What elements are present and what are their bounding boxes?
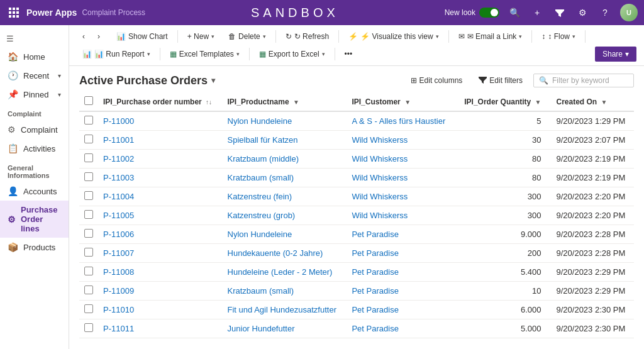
row-checkbox-cell[interactable]	[79, 244, 98, 263]
more-button[interactable]: •••	[339, 47, 358, 62]
po-link[interactable]: P-11006	[103, 230, 134, 239]
forward-button[interactable]: ›	[92, 29, 106, 44]
sidebar-item-recent[interactable]: 🕐 Recent ▾	[0, 66, 69, 85]
row-checkbox-cell[interactable]	[79, 282, 98, 301]
customer-link[interactable]: Pet Paradise	[352, 267, 398, 277]
customer-link[interactable]: Wild Whiskerss	[352, 135, 408, 145]
row-checkbox[interactable]	[84, 210, 93, 219]
row-checkbox[interactable]	[84, 267, 93, 275]
sidebar-item-products[interactable]: 📦 Products	[0, 238, 69, 257]
sidebar-item-home[interactable]: 🏠 Home	[0, 47, 69, 66]
row-checkbox-cell[interactable]	[79, 169, 98, 187]
row-checkbox[interactable]	[84, 304, 93, 313]
customer-link[interactable]: Wild Whiskerss	[352, 192, 408, 201]
row-checkbox[interactable]	[84, 248, 93, 257]
customer-link[interactable]: Pet Paradise	[352, 305, 398, 314]
excel-templates-button[interactable]: ▦ Excel Templates ▾	[164, 47, 245, 62]
row-checkbox-cell[interactable]	[79, 319, 98, 338]
row-checkbox-cell[interactable]	[79, 131, 98, 150]
row-checkbox-cell[interactable]	[79, 301, 98, 319]
select-all-header[interactable]	[79, 92, 98, 111]
customer-link[interactable]: Pet Paradise	[352, 230, 398, 239]
row-checkbox-cell[interactable]	[79, 111, 98, 131]
hamburger-icon[interactable]: ☰	[0, 30, 69, 47]
row-checkbox[interactable]	[84, 153, 93, 162]
col-quantity[interactable]: IPI_Order Quantity ▼	[455, 92, 552, 111]
customer-link[interactable]: Wild Whiskerss	[352, 173, 408, 182]
settings-icon[interactable]: ⚙	[575, 5, 590, 20]
customer-link[interactable]: A & S - Alles fürs Haustier	[352, 116, 445, 126]
po-link[interactable]: P-11011	[103, 324, 134, 333]
apps-icon[interactable]	[6, 5, 21, 20]
product-link[interactable]: Nylon Hundeleine	[228, 230, 292, 239]
filter-icon[interactable]	[552, 5, 567, 20]
row-checkbox-cell[interactable]	[79, 206, 98, 225]
sidebar-item-accounts[interactable]: 👤 Accounts	[0, 182, 69, 201]
product-link[interactable]: Nylon Hundeleine	[228, 116, 292, 126]
row-checkbox-cell[interactable]	[79, 263, 98, 282]
view-title-caret[interactable]: ▾	[211, 76, 215, 85]
customer-link[interactable]: Wild Whiskerss	[352, 154, 408, 163]
row-checkbox[interactable]	[84, 285, 93, 294]
col-product[interactable]: IPI_Productname ▼	[223, 92, 347, 111]
back-button[interactable]: ‹	[77, 29, 91, 44]
po-link[interactable]: P-11003	[103, 173, 134, 182]
refresh-button[interactable]: ↻ ↻ Refresh	[280, 29, 335, 44]
sidebar-item-pinned[interactable]: 📌 Pinned ▾	[0, 85, 69, 104]
po-link[interactable]: P-11002	[103, 154, 134, 163]
product-link[interactable]: Kratzbaum (small)	[228, 173, 294, 182]
row-checkbox-cell[interactable]	[79, 225, 98, 244]
product-link[interactable]: Hundekauente (0-2 Jahre)	[228, 248, 323, 258]
product-link[interactable]: Spielball für Katzen	[228, 135, 298, 145]
row-checkbox[interactable]	[84, 116, 93, 125]
row-checkbox-cell[interactable]	[79, 150, 98, 169]
col-customer[interactable]: IPI_Customer ▼	[347, 92, 455, 111]
new-button[interactable]: + New ▾	[182, 29, 220, 44]
sidebar-item-activities[interactable]: 📋 Activities	[0, 139, 69, 158]
avatar[interactable]: U	[620, 4, 638, 21]
filter-input-container[interactable]: 🔍 Filter by keyword	[533, 74, 634, 87]
po-link[interactable]: P-11004	[103, 192, 134, 201]
product-link[interactable]: Junior Hundefutter	[228, 324, 295, 333]
customer-link[interactable]: Pet Paradise	[352, 286, 398, 296]
po-link[interactable]: P-11000	[103, 116, 134, 126]
search-icon[interactable]: 🔍	[507, 5, 522, 20]
sidebar-item-purchase-orders[interactable]: ⚙ Purchase Order lines	[0, 201, 69, 238]
row-checkbox[interactable]	[84, 229, 93, 238]
po-link[interactable]: P-11008	[103, 267, 134, 277]
product-link[interactable]: Hundeleine (Leder - 2 Meter)	[228, 267, 333, 277]
po-link[interactable]: P-11010	[103, 305, 134, 314]
show-chart-button[interactable]: 📊 Show Chart	[111, 29, 174, 44]
sidebar-item-complaint[interactable]: ⚙ Complaint	[0, 120, 69, 139]
delete-button[interactable]: 🗑 Delete ▾	[223, 29, 272, 44]
new-look-toggle[interactable]: New look	[445, 8, 499, 18]
edit-columns-button[interactable]: ⊞ Edit columns	[405, 73, 469, 88]
select-all-checkbox[interactable]	[84, 96, 93, 105]
po-link[interactable]: P-11005	[103, 211, 134, 220]
product-link[interactable]: Kratzbaum (small)	[228, 286, 294, 296]
row-checkbox[interactable]	[84, 172, 93, 181]
run-report-button[interactable]: 📊 📊 Run Report ▾	[77, 47, 156, 62]
customer-link[interactable]: Pet Paradise	[352, 324, 398, 333]
product-link[interactable]: Kratzbaum (middle)	[228, 154, 299, 163]
row-checkbox[interactable]	[84, 323, 93, 332]
po-link[interactable]: P-11001	[103, 135, 134, 145]
product-link[interactable]: Katzenstreu (fein)	[228, 192, 292, 201]
po-link[interactable]: P-11009	[103, 286, 134, 296]
product-link[interactable]: Fit und Agil Hundezusatzfutter	[228, 305, 336, 314]
edit-filters-button[interactable]: Edit filters	[473, 72, 528, 89]
export-button[interactable]: ▦ Export to Excel ▾	[253, 47, 331, 62]
flow-button[interactable]: ↕ ↕ Flow ▾	[536, 29, 581, 44]
row-checkbox-cell[interactable]	[79, 187, 98, 206]
add-icon[interactable]: +	[530, 5, 545, 20]
customer-link[interactable]: Pet Paradise	[352, 248, 398, 258]
col-created[interactable]: Created On ▼	[551, 92, 634, 111]
product-link[interactable]: Katzenstreu (grob)	[228, 211, 296, 220]
help-icon[interactable]: ?	[597, 5, 613, 20]
customer-link[interactable]: Wild Whiskerss	[352, 211, 408, 220]
visualize-button[interactable]: ⚡ ⚡ Visualize this view ▾	[343, 29, 445, 44]
po-link[interactable]: P-11007	[103, 248, 134, 258]
row-checkbox[interactable]	[84, 135, 93, 143]
row-checkbox[interactable]	[84, 191, 93, 200]
col-po-number[interactable]: IPI_Purchase order number ↑↓	[98, 92, 223, 111]
